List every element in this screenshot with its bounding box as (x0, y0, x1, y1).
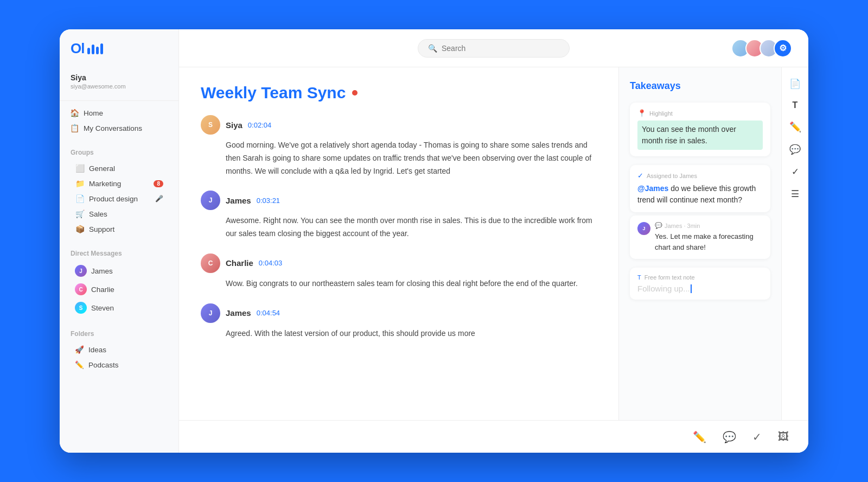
message-group-charlie: C Charlie 0:04:03 Wow. Big congrats to o… (201, 253, 597, 290)
sidebar-item-marketing[interactable]: 📁 Marketing 8 (71, 176, 168, 191)
marketing-icon: 📁 (75, 179, 85, 188)
logo-bar-1 (87, 48, 90, 54)
msg-avatar-charlie: C (201, 253, 220, 273)
charlie-avatar: C (75, 283, 87, 295)
app-container: Ol Siya siya@awesome.com 🏠 Home 📋 My Con… (60, 29, 808, 453)
assigned-type-label: Assigned to James (647, 173, 697, 179)
msg-name-james-2: James (226, 308, 251, 318)
right-icon-list[interactable]: ☰ (791, 188, 799, 200)
sidebar-item-home-label: Home (84, 109, 103, 117)
support-icon: 📦 (75, 225, 85, 233)
msg-body-james-1: Awesome. Right now. You can see the mont… (201, 214, 597, 240)
sidebar-item-steven-label: Steven (91, 304, 114, 312)
top-avatar-settings[interactable]: ⚙ (774, 39, 792, 58)
message-group-siya: S Siya 0:02:04 Good morning. We've got a… (201, 115, 597, 177)
msg-time-charlie: 0:04:03 (259, 259, 282, 267)
yes-reply-row: J 💬 James · 3min Yes. Let me make a fore… (637, 222, 763, 252)
sidebar-item-support[interactable]: 📦 Support (71, 221, 168, 237)
home-icon: 🏠 (69, 109, 79, 117)
highlight-type-label: Highlight (649, 110, 673, 117)
msg-name-james-1: James (226, 196, 251, 205)
message-header-siya: S Siya 0:02:04 (201, 115, 597, 135)
chat-title-row: Weekly Team Sync (201, 84, 597, 102)
groups-section: Groups ⬜ General 📁 Marketing 8 📄 Product… (60, 140, 178, 241)
text-note-label: Free form text note (644, 274, 695, 281)
user-email: siya@awesome.com (71, 83, 168, 90)
sidebar-item-james[interactable]: J James (71, 262, 168, 280)
highlight-icon: 📍 (637, 109, 646, 117)
highlight-type: 📍 Highlight (637, 109, 763, 117)
search-bar[interactable]: 🔍 (418, 39, 570, 58)
takeaway-text-note[interactable]: T Free form text note Following up... (630, 268, 770, 300)
marketing-badge: 8 (154, 180, 163, 187)
msg-avatar-james-1: J (201, 191, 220, 210)
yes-reply-meta: 💬 James · 3min (655, 222, 763, 229)
dm-section: Direct Messages J James C Charlie S Stev… (60, 241, 178, 321)
toolbar-comment-icon[interactable]: 💬 (719, 427, 739, 447)
msg-name-charlie: Charlie (226, 258, 253, 268)
sidebar-item-sales[interactable]: 🛒 Sales (71, 206, 168, 221)
sidebar: Ol Siya siya@awesome.com 🏠 Home 📋 My Con… (60, 29, 179, 453)
sidebar-item-my-conversations[interactable]: 📋 My Conversations (65, 120, 173, 136)
dm-label: Direct Messages (71, 250, 168, 257)
folder-podcasts[interactable]: ✏️ Podcasts (71, 357, 168, 372)
logo-text: Ol (71, 40, 84, 57)
message-group-james-2: J James 0:04:54 Agreed. With the latest … (201, 303, 597, 340)
top-bar: 🔍 ⚙ (179, 29, 808, 67)
right-icon-highlight[interactable]: ✏️ (789, 121, 801, 133)
user-info: Siya siya@awesome.com (60, 68, 178, 101)
assigned-type: ✓ Assigned to James (637, 172, 763, 180)
search-icon: 🔍 (428, 44, 437, 53)
message-group-james-1: J James 0:03:21 Awesome. Right now. You … (201, 191, 597, 240)
sidebar-item-james-label: James (91, 267, 113, 275)
folder-ideas-label: Ideas (88, 346, 106, 354)
toolbar-image-icon[interactable]: 🖼 (775, 427, 792, 446)
logo-bar-2 (92, 45, 94, 54)
sidebar-item-steven[interactable]: S Steven (71, 299, 168, 317)
mention-james: @James (637, 184, 668, 193)
chat-toolbar: ✏️ 💬 ✓ 🖼 (179, 420, 808, 453)
highlight-text: You can see the month over month rise in… (637, 120, 763, 150)
text-note-input[interactable]: Following up... (637, 284, 763, 293)
toolbar-check-icon[interactable]: ✓ (749, 427, 765, 447)
james-avatar: J (75, 265, 87, 277)
folder-podcasts-label: Podcasts (88, 361, 119, 369)
msg-body-james-2: Agreed. With the latest version of our p… (201, 327, 597, 340)
james-small-avatar-2: J (637, 222, 650, 235)
folder-ideas[interactable]: 🚀 Ideas (71, 342, 168, 357)
right-icon-text[interactable]: T (793, 100, 798, 110)
chat-area: Weekly Team Sync S Siya 0:02:04 Good mor… (179, 67, 618, 420)
takeaways-panel: Takeaways 📍 Highlight You can see the mo… (618, 67, 781, 420)
logo-bar-3 (96, 47, 99, 54)
general-icon: ⬜ (75, 164, 85, 173)
sales-icon: 🛒 (75, 210, 85, 218)
msg-avatar-siya: S (201, 115, 220, 135)
right-icon-comment[interactable]: 💬 (789, 144, 801, 155)
msg-time-siya: 0:02:04 (248, 121, 271, 129)
folders-label: Folders (71, 330, 168, 338)
live-indicator (352, 90, 358, 96)
search-input[interactable] (442, 44, 559, 53)
top-avatars: ⚙ (731, 39, 792, 58)
assigned-text: @James do we believe this growth trend w… (637, 183, 763, 206)
sidebar-item-marketing-label: Marketing (89, 180, 121, 188)
assign-icon: ✓ (637, 172, 643, 180)
sidebar-item-general[interactable]: ⬜ General (71, 161, 168, 176)
right-icon-document[interactable]: 📄 (789, 78, 801, 90)
user-name: Siya (71, 73, 168, 82)
conversations-icon: 📋 (69, 124, 79, 132)
sidebar-item-home[interactable]: 🏠 Home (65, 105, 173, 120)
chat-title: Weekly Team Sync (201, 84, 346, 102)
sidebar-item-charlie[interactable]: C Charlie (71, 280, 168, 299)
right-sidebar-icons: 📄 T ✏️ 💬 ✓ ☰ (781, 67, 808, 420)
groups-label: Groups (71, 149, 168, 156)
right-icon-check[interactable]: ✓ (792, 166, 799, 177)
yes-reply-text: Yes. Let me make a forecasting chart and… (655, 231, 763, 252)
msg-body-charlie: Wow. Big congrats to our northeastern sa… (201, 277, 597, 290)
steven-avatar: S (75, 302, 87, 314)
sidebar-item-product-design[interactable]: 📄 Product design 🎤 (71, 191, 168, 206)
content-with-icons: Weekly Team Sync S Siya 0:02:04 Good mor… (179, 67, 808, 420)
takeaways-title: Takeaways (630, 80, 770, 92)
toolbar-highlight-icon[interactable]: ✏️ (690, 427, 710, 447)
message-header-charlie: C Charlie 0:04:03 (201, 253, 597, 273)
